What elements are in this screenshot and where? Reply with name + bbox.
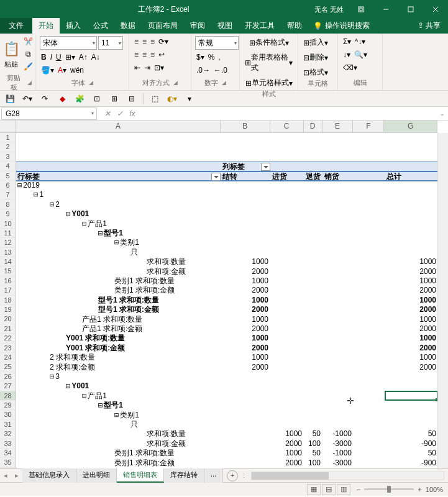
pivot-value[interactable]: -1000 (323, 449, 352, 458)
align-right-icon[interactable]: ≡ (149, 49, 156, 60)
pivot-value[interactable]: 2000 (221, 324, 268, 334)
col-header-F[interactable]: F (353, 121, 384, 132)
pivot-row-label[interactable]: 产品1 求和项:数量 (82, 315, 142, 324)
tell-me[interactable]: 💡 操作说明搜索 (308, 18, 375, 34)
grid-row[interactable]: 2 求和项:金额20002000 (16, 363, 437, 372)
find-select-icon[interactable]: 🔍▾ (353, 49, 368, 60)
row-header[interactable]: 18 (0, 296, 16, 305)
row-header[interactable]: 28 (0, 391, 16, 401)
pivot-row-label[interactable]: ⊟产品1 (82, 219, 107, 229)
orientation-icon[interactable]: ⟳▾ (157, 36, 170, 47)
row-header[interactable]: 20 (0, 314, 16, 324)
pivot-value[interactable]: 1000 (221, 334, 268, 343)
cut-icon[interactable]: ✂️ (22, 36, 34, 47)
grid-row[interactable]: ⊟3 (16, 372, 437, 381)
formula-expand-icon[interactable]: ⌄ (437, 111, 448, 117)
row-header[interactable]: 27 (0, 381, 16, 391)
user-name[interactable]: 无名 无姓 (314, 5, 344, 14)
add-sheet-button[interactable]: + (227, 470, 238, 481)
merge-icon[interactable]: ⊡▾ (153, 62, 165, 73)
align-dialog-launcher[interactable]: ◢ (173, 80, 178, 86)
pivot-value[interactable]: 1000 (221, 353, 268, 362)
pivot-row-label[interactable]: 型号1 求和项:数量 (98, 296, 159, 305)
grid-row[interactable]: ⊟产品1 (16, 219, 437, 229)
pivot-row-label[interactable]: ⊟2019 (17, 181, 40, 190)
sheet-tab[interactable]: 基础信息录入 (22, 468, 76, 483)
pivot-value[interactable]: 2000 (385, 363, 436, 372)
qat-icon-6[interactable]: ⬚ (149, 93, 161, 105)
pivot-value[interactable]: 2000 (221, 363, 268, 372)
border-button[interactable]: ⊞▾ (64, 52, 76, 63)
clipboard-dialog-launcher[interactable]: ◢ (27, 80, 32, 86)
sheet-grid[interactable]: ABCDEFG 12345678910111213141516171819202… (0, 121, 448, 468)
decrease-font-icon[interactable]: A↓ (90, 52, 101, 63)
pivot-value[interactable]: 2000 (385, 344, 436, 353)
pivot-value[interactable]: 2000 (271, 439, 302, 449)
pivot-value[interactable]: 1000 (221, 276, 268, 286)
grid-row[interactable]: ⊟类别1 (16, 411, 437, 420)
save-icon[interactable]: 💾 (4, 93, 16, 105)
tab-formulas[interactable]: 公式 (87, 18, 114, 34)
normal-view-icon[interactable]: ▦ (307, 484, 321, 495)
pivot-value[interactable]: 2000 (221, 267, 268, 276)
pivot-row-label[interactable]: ⊟类别1 (114, 411, 139, 420)
font-size-combo[interactable]: 11▾ (98, 36, 123, 50)
pivot-value[interactable]: -3000 (323, 439, 352, 449)
name-box[interactable]: G28▾ (1, 107, 97, 120)
pivot-value[interactable]: 2000 (221, 286, 268, 295)
font-name-combo[interactable]: 宋体▾ (40, 36, 97, 50)
row-header[interactable]: 10 (0, 219, 16, 229)
row-label-filter-icon[interactable] (211, 173, 221, 181)
page-break-view-icon[interactable]: ▥ (337, 484, 350, 495)
row-header[interactable]: 17 (0, 286, 16, 295)
row-header[interactable]: 24 (0, 353, 16, 362)
row-header[interactable]: 9 (0, 209, 16, 219)
fill-color-icon[interactable]: 🪣▾ (40, 65, 55, 76)
pivot-row-label[interactable]: ⊟1 (34, 190, 43, 199)
grid-row[interactable]: ⊟Y001 (16, 209, 437, 219)
pivot-value[interactable]: 1000 (271, 429, 302, 439)
delete-cells-button[interactable]: ⊟ 删除 ▾ (302, 51, 329, 64)
zoom-out-icon[interactable]: − (357, 486, 360, 493)
pivot-row-label[interactable]: 类别1 求和项:数量 (114, 276, 175, 286)
qat-icon-3[interactable]: ⊡ (91, 93, 103, 105)
row-header[interactable]: 13 (0, 248, 16, 257)
grid-row[interactable]: 类别1 求和项:数量100050-100050 (16, 449, 437, 458)
select-all-corner[interactable] (0, 121, 16, 132)
grid-row[interactable] (16, 142, 437, 152)
pivot-value[interactable]: 100 (304, 458, 321, 468)
pivot-value[interactable]: 100 (304, 439, 321, 449)
row-header[interactable]: 35 (0, 458, 16, 467)
grid-row[interactable]: ⊟2 (16, 200, 437, 209)
redo-icon[interactable]: ↷ (39, 93, 51, 105)
row-header[interactable]: 3 (0, 152, 16, 162)
grid-row[interactable]: 列标签 (16, 162, 437, 171)
sort-filter-icon[interactable]: ᴬ↓▾ (354, 36, 367, 47)
autosum-icon[interactable]: Σ▾ (342, 36, 352, 47)
row-header[interactable]: 26 (0, 372, 16, 381)
number-dialog-launcher[interactable]: ◢ (222, 80, 226, 86)
row-header[interactable]: 30 (0, 410, 16, 419)
pivot-value[interactable]: 1000 (385, 353, 436, 362)
formula-input[interactable] (142, 107, 437, 120)
pivot-value[interactable]: 50 (385, 429, 436, 439)
align-middle-icon[interactable]: ≡ (141, 36, 148, 47)
grid-row[interactable]: 型号1 求和项:数量10001000 (16, 296, 437, 305)
pivot-row-label[interactable]: 2 求和项:金额 (50, 363, 95, 372)
row-header[interactable]: 8 (0, 200, 16, 209)
col-header-D[interactable]: D (304, 121, 322, 132)
pivot-value[interactable]: -900 (385, 439, 436, 449)
row-header[interactable]: 29 (0, 401, 16, 410)
pivot-value[interactable]: 1000 (385, 276, 436, 286)
underline-button[interactable]: U (55, 52, 63, 63)
pivot-row-label[interactable]: ⊟Y001 (66, 209, 89, 219)
grid-row[interactable]: ⊟1 (16, 190, 437, 199)
table-format-button[interactable]: ⊞ 套用表格格式▾ (244, 51, 294, 75)
row-header[interactable]: 31 (0, 420, 16, 429)
row-header[interactable]: 2 (0, 142, 16, 152)
pivot-row-label[interactable]: ⊟型号1 (98, 229, 123, 238)
tab-insert[interactable]: 插入 (60, 18, 87, 34)
font-color-icon[interactable]: A▾ (57, 65, 68, 76)
row-header[interactable]: 15 (0, 267, 16, 276)
pivot-row-label[interactable]: 类别1 求和项:数量 (114, 449, 175, 458)
